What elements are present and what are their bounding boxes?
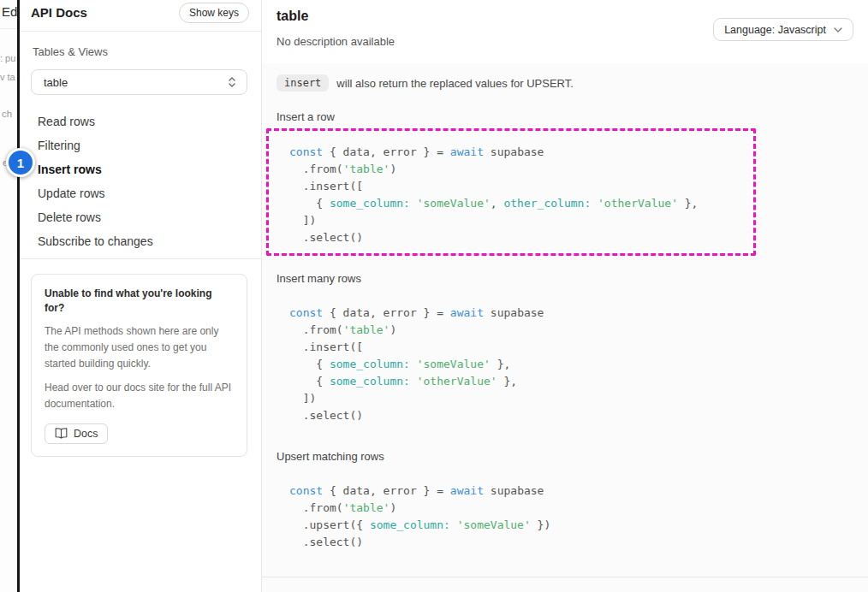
table-description: No description available [276, 35, 395, 48]
language-select-label: Language: Javascript [724, 24, 826, 36]
docs-button[interactable]: Docs [45, 423, 108, 444]
sidebar-header-divider [20, 31, 261, 32]
sidebar-item-delete-rows[interactable]: Delete rows [38, 205, 252, 229]
background-text-fragment: ch [2, 109, 12, 119]
table-select[interactable]: table [31, 69, 247, 95]
help-card-title: Unable to find what you're looking for? [45, 287, 234, 316]
sidebar-divider [20, 258, 261, 259]
background-text-fragment: v ta [0, 72, 15, 82]
sidebar-item-filtering[interactable]: Filtering [38, 133, 252, 157]
code-snippet-upsert-matching-rows: Upsert matching rows const { data, error… [276, 450, 851, 551]
help-card: Unable to find what you're looking for? … [31, 274, 247, 457]
help-card-body: Head over to our docs site for the full … [45, 380, 234, 412]
chevron-down-icon [834, 27, 842, 33]
api-docs-panel: API Docs Show keys Tables & Views table … [17, 0, 868, 592]
tables-views-label: Tables & Views [33, 45, 108, 58]
code-snippet-insert-a-row: Insert a row const { data, error } = awa… [276, 110, 851, 246]
background-page-sliver: Ed : pu v ta ch e [0, 0, 17, 592]
docs-button-label: Docs [74, 428, 98, 440]
code-block: const { data, error } = await supabase .… [289, 305, 851, 424]
callout-1-badge: 1 [6, 148, 35, 177]
api-docs-sidebar: API Docs Show keys Tables & Views table … [20, 0, 262, 592]
insert-code-pill: insert [276, 74, 329, 92]
table-title: table [276, 9, 308, 24]
snippet-label: Insert a row [276, 110, 851, 123]
background-text-fragment: Ed [2, 4, 17, 19]
sidebar-item-subscribe-to-changes[interactable]: Subscribe to changes [38, 229, 252, 253]
sidebar-item-update-rows[interactable]: Update rows [38, 181, 252, 205]
code-block: const { data, error } = await supabase .… [289, 482, 851, 551]
table-select-value: table [44, 76, 228, 89]
docs-content: insert will also return the replaced val… [262, 63, 868, 592]
background-divider [0, 28, 17, 29]
background-text-fragment: : pu [0, 53, 15, 63]
show-keys-button[interactable]: Show keys [179, 3, 249, 23]
select-updown-icon [228, 76, 236, 88]
panel-title: API Docs [31, 5, 87, 20]
snippet-label: Insert many rows [276, 272, 851, 285]
book-icon [55, 428, 68, 439]
sidebar-item-insert-rows[interactable]: Insert rows [38, 157, 252, 181]
sidebar-item-read-rows[interactable]: Read rows [38, 110, 252, 133]
api-docs-main: table No description available Language:… [262, 0, 868, 592]
upsert-note: insert will also return the replaced val… [276, 74, 574, 92]
upsert-note-text: will also return the replaced values for… [336, 77, 574, 90]
code-snippet-insert-many-rows: Insert many rows const { data, error } =… [276, 272, 851, 424]
language-select-button[interactable]: Language: Javascript [713, 18, 853, 41]
main-header: table No description available Language:… [262, 0, 868, 64]
help-card-body: The API methods shown here are only the … [45, 323, 234, 373]
snippet-label: Upsert matching rows [276, 450, 851, 463]
sidebar-nav: Read rowsFilteringInsert rowsUpdate rows… [38, 110, 252, 253]
code-block: const { data, error } = await supabase .… [289, 144, 851, 246]
section-divider [262, 577, 868, 577]
